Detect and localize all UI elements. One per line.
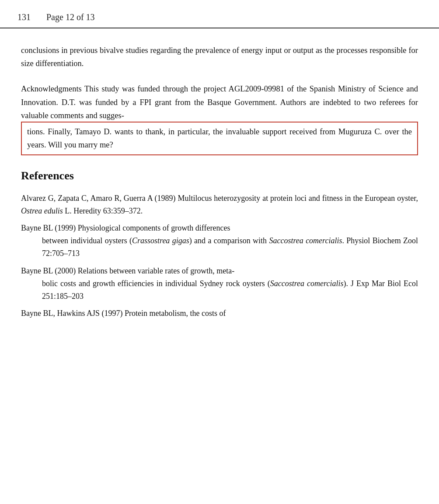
page-number: 131 [17,12,31,22]
page-label: Page 12 of 13 [46,12,95,22]
ack-pre-box: Acknowledgments This study was funded th… [21,82,418,122]
ack-boxed-text: tions. Finally, Tamayo D. wants to thank… [21,122,418,155]
intro-paragraph: conclusions in previous bivalve studies … [21,44,418,70]
content-area: conclusions in previous bivalve studies … [0,28,439,340]
ref-alvarez: Alvarez G, Zapata C, Amaro R, Guerra A (… [21,192,418,217]
acknowledgments-block: Acknowledgments This study was funded th… [21,82,418,155]
page: 131 Page 12 of 13 conclusions in previou… [0,0,439,504]
ref-bayne1999-cont: between individual oysters (Crassostrea … [21,234,418,260]
references-section: References Alvarez G, Zapata C, Amaro R,… [21,169,418,320]
ref-bayne2000-cont: bolic costs and growth efficiencies in i… [21,277,418,303]
ref-bayne1999: Bayne BL (1999) Physiological components… [21,222,418,260]
intro-text: conclusions in previous bivalve studies … [21,46,418,68]
ref-bayne2000: Bayne BL (2000) Relations between variab… [21,265,418,303]
page-header: 131 Page 12 of 13 [0,0,439,28]
ref-bayne1997: Bayne BL, Hawkins AJS (1997) Protein met… [21,307,418,320]
references-title: References [21,169,418,182]
ack-label: Acknowledgments [21,84,82,93]
